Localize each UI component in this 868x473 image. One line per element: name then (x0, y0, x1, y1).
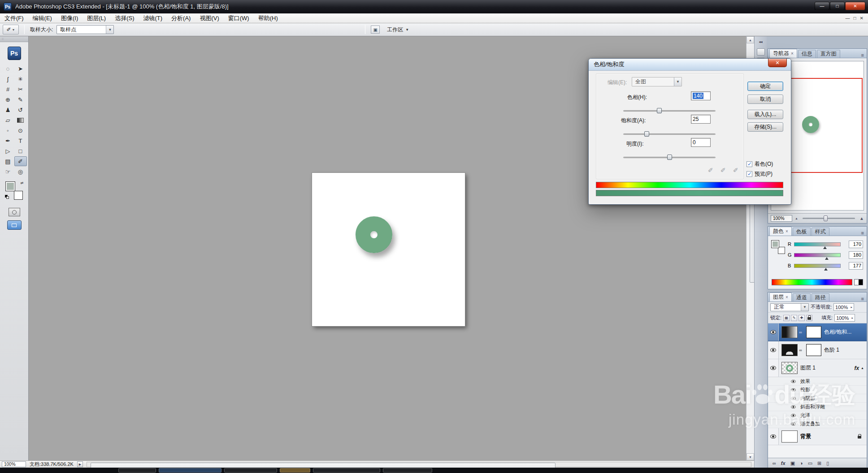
checkbox-icon[interactable] (746, 171, 752, 177)
lightness-field[interactable]: 0 (691, 138, 711, 147)
screen-mode-button[interactable] (7, 220, 22, 230)
spinner-arrow-icon[interactable]: ▸ (851, 305, 853, 309)
load-button[interactable]: 载入(L)... (747, 110, 783, 119)
scroll-down-icon[interactable]: ▼ (746, 453, 754, 460)
ok-button[interactable]: 确定 (747, 82, 783, 91)
saturation-slider[interactable] (623, 131, 716, 137)
tab-close-icon[interactable]: × (786, 295, 788, 300)
saturation-field[interactable]: 25 (691, 115, 711, 124)
layer-name[interactable]: 背景 (800, 433, 811, 440)
slider-thumb[interactable] (644, 131, 649, 137)
menu-window[interactable]: 窗口(W) (224, 13, 254, 23)
checkbox-icon[interactable] (746, 161, 752, 167)
layer-row-levels[interactable]: ∞ 色阶 1 (768, 341, 867, 359)
effect-row-gradient-overlay[interactable]: 渐变叠加 (768, 420, 867, 428)
panel-menu-icon[interactable]: ≡ (861, 230, 867, 236)
tab-close-icon[interactable]: × (791, 51, 794, 56)
visibility-toggle[interactable] (768, 359, 779, 377)
eye-icon[interactable] (791, 405, 795, 408)
edit-dropdown[interactable]: 全图 ▼ (632, 77, 682, 86)
red-slider[interactable] (794, 242, 841, 246)
eyedropper-add-icon[interactable]: ✐ (720, 167, 726, 174)
slider-thumb[interactable] (657, 108, 662, 113)
clone-stamp-tool[interactable]: ♟ (2, 105, 14, 115)
zoom-level-field[interactable]: 100% (2, 461, 26, 467)
tab-styles[interactable]: 样式 (812, 228, 829, 236)
menu-filter[interactable]: 滤镜(T) (139, 13, 167, 23)
sample-size-dropdown[interactable]: 取样点 ▼ (56, 25, 114, 34)
eye-icon[interactable] (791, 379, 795, 383)
navigator-zoom-slider[interactable] (803, 218, 855, 219)
hand-tool[interactable]: ☞ (2, 167, 14, 176)
swap-colors-icon[interactable]: ⇄ (21, 181, 24, 185)
tab-swatches[interactable]: 色板 (793, 228, 811, 236)
layer-mask-thumbnail[interactable] (806, 326, 821, 338)
visibility-toggle[interactable] (768, 323, 779, 341)
red-value-field[interactable]: 170 (849, 241, 863, 248)
default-colors-icon[interactable] (5, 195, 9, 199)
hue-slider[interactable] (623, 108, 716, 114)
adjustment-thumbnail[interactable] (781, 326, 798, 338)
maximize-button[interactable]: □ (830, 2, 845, 10)
blend-mode-dropdown[interactable]: 正常 ▼ (770, 303, 809, 311)
dodge-tool[interactable]: ⊙ (14, 125, 27, 135)
brush-tool[interactable]: ✎ (14, 95, 27, 104)
zoom-out-icon[interactable]: ▲ (795, 217, 798, 220)
magic-wand-tool[interactable]: ✳ (14, 74, 27, 84)
minimize-button[interactable]: — (815, 2, 829, 10)
new-adjustment-layer-icon[interactable]: ◑ (800, 460, 803, 466)
eye-icon[interactable] (791, 413, 795, 417)
layer-name[interactable]: 色阶 1 (824, 346, 839, 354)
healing-brush-tool[interactable]: ⊕ (2, 95, 14, 104)
dialog-close-button[interactable]: ✕ (768, 59, 787, 67)
menu-analysis[interactable]: 分析(A) (167, 13, 195, 23)
eye-icon[interactable] (791, 422, 795, 425)
new-group-icon[interactable]: ▭ (808, 460, 812, 466)
layer-row-layer1[interactable]: 图层 1 fx ▲ (768, 359, 867, 377)
lock-position-icon[interactable]: ✚ (799, 315, 805, 321)
layer-row-hue-saturation[interactable]: ∞ 色相/饱和... (768, 323, 867, 341)
color-spectrum-bar[interactable] (772, 279, 852, 285)
layer-row-background[interactable]: 背景 (768, 428, 867, 445)
taskbar-button[interactable] (224, 468, 277, 473)
doc-close-icon[interactable]: ✕ (860, 16, 864, 21)
close-button[interactable]: ✕ (845, 2, 865, 10)
lock-transparency-icon[interactable]: ▦ (783, 315, 790, 321)
layer-name[interactable]: 色相/饱和... (824, 328, 851, 336)
blur-tool[interactable]: ◦ (2, 125, 14, 135)
tab-color[interactable]: 颜色 × (769, 227, 792, 236)
eyedropper-tool[interactable]: ✐ (14, 156, 27, 166)
menu-select[interactable]: 选择(S) (110, 13, 139, 23)
menu-image[interactable]: 图像(I) (56, 13, 82, 23)
effect-row-drop-shadow[interactable]: 投影 (768, 386, 867, 394)
status-flyout-button[interactable]: ▶ (77, 461, 83, 467)
eye-icon[interactable] (791, 396, 795, 400)
tab-navigator[interactable]: 导航器 × (769, 49, 797, 58)
visibility-toggle[interactable] (768, 341, 779, 359)
link-layers-icon[interactable]: ∞ (773, 460, 776, 466)
lock-pixels-icon[interactable]: ✎ (791, 315, 797, 321)
slider-thumb[interactable] (823, 246, 827, 249)
cancel-button[interactable]: 取消 (747, 95, 783, 104)
dialog-titlebar[interactable]: 色相/饱和度 (589, 59, 791, 71)
layer-thumbnail[interactable] (781, 430, 798, 443)
background-color-swatch[interactable] (14, 191, 23, 200)
menu-view[interactable]: 视图(V) (195, 13, 223, 23)
eraser-tool[interactable]: ▱ (2, 115, 14, 125)
lasso-tool[interactable]: ʃ (2, 74, 14, 84)
move-tool[interactable]: ➤ (14, 64, 27, 73)
adjustment-thumbnail[interactable] (781, 344, 798, 356)
workspace-button[interactable]: 工作区 ▼ (383, 25, 412, 34)
path-selection-tool[interactable]: ▷ (2, 146, 14, 156)
docked-panel-icon[interactable] (757, 48, 765, 56)
history-brush-tool[interactable]: ↺ (14, 105, 27, 115)
lightness-slider[interactable] (623, 154, 716, 160)
gradient-tool[interactable] (14, 115, 27, 125)
panel-menu-icon[interactable]: ≡ (861, 52, 867, 58)
slice-tool[interactable]: ✂ (14, 84, 27, 94)
foreground-background-widget[interactable] (772, 241, 785, 254)
eye-icon[interactable] (791, 388, 795, 391)
effect-row-inner-shadow[interactable]: 内阴影 (768, 394, 867, 403)
scroll-up-icon[interactable]: ▲ (746, 36, 754, 43)
menu-file[interactable]: 文件(F) (0, 13, 28, 23)
